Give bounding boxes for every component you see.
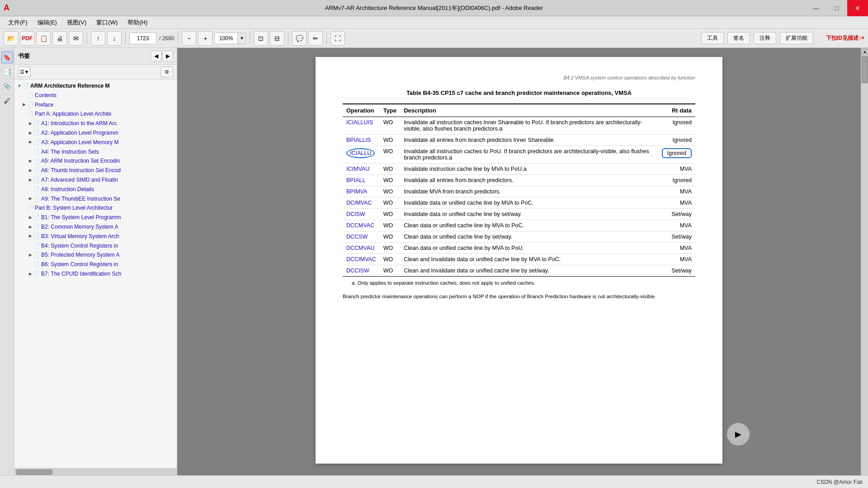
expand-icon[interactable]: ▶ [27,270,33,277]
toolbar-fullscreen-button[interactable]: ⛶ [330,31,345,46]
operation-link[interactable]: DCCMVAC [346,222,374,229]
menu-edit[interactable]: 编辑(E) [33,18,61,28]
bookmark-contents[interactable]: ▶ 📄 Contents [14,91,177,100]
operation-link[interactable]: DCCSW [346,234,368,240]
sidebar-tool-options-button[interactable]: ⚙ [160,66,173,77]
cell-operation: DCCIMVAC [343,254,380,265]
pdf-content-area[interactable]: B4.2 VMSA system control operations desc… [177,48,861,475]
sidebar-expand-button[interactable]: ▶ [162,51,173,61]
maximize-button[interactable]: □ [826,0,847,16]
sign-button[interactable]: 签名 [727,32,750,44]
toolbar-highlight-button[interactable]: ✏ [308,31,323,46]
cell-rtdata: MVA [658,243,695,254]
menu-file[interactable]: 文件(F) [4,18,32,28]
cell-rtdata: Set/way [658,231,695,243]
bookmark-partA[interactable]: ▶ 📄 Part A: Application Level Archite [14,109,177,119]
zoom-dropdown-button[interactable]: ▼ [237,33,245,44]
toolbar-fit-page-button[interactable]: ⊡ [254,31,268,46]
bookmark-b7[interactable]: ▶ 📄 B7: The CPUID Identification Sch [14,269,177,279]
hscroll-thumb[interactable] [16,469,52,475]
minimize-button[interactable]: — [806,0,826,16]
menu-view[interactable]: 视图(V) [62,18,91,28]
sidebar-hscroll[interactable] [14,468,177,475]
operation-link[interactable]: DCCMVAU [346,245,374,251]
cell-type: WO [380,186,400,197]
panel-highlight-button[interactable]: 🖊 [1,95,13,107]
expand-icon[interactable]: ▶ [21,101,27,108]
expand-icon: ▶ [21,204,27,211]
scroll-thumb[interactable] [862,56,868,83]
expand-icon[interactable]: ▶ [27,176,33,183]
expand-icon[interactable]: ▶ [27,195,33,202]
bookmark-a4[interactable]: ▶ 📄 A4: The Instruction Sets [14,147,177,157]
bookmark-b1[interactable]: ▶ 📄 B1: The System Level Programm [14,213,177,222]
extend-button[interactable]: 扩展功能 [780,32,813,44]
toolbar-save-pdf-button[interactable]: PDF [20,31,34,46]
panel-bookmark-button[interactable]: 🔖 [1,52,13,63]
operation-link[interactable]: ICIALLUIS [346,119,373,126]
bookmark-a3[interactable]: ▶ 📄 A3: Application Level Memory M [14,138,177,147]
expand-icon[interactable]: ▶ [27,157,33,164]
bookmark-a1[interactable]: ▶ 📄 A1: Introduction to the ARM Arc [14,119,177,128]
expand-icon[interactable]: ▶ [27,129,33,136]
cell-description: Invalidate all entries from branch predi… [400,175,658,186]
bookmark-b3[interactable]: ▶ 📄 B3: Virtual Memory System Arch [14,232,177,241]
expand-icon[interactable]: ▶ [27,120,33,127]
panel-attachments-button[interactable]: 📎 [1,80,13,92]
expand-icon[interactable]: ▼ [16,82,23,89]
operation-link[interactable]: DCCISW [346,267,369,274]
bookmark-a7[interactable]: ▶ 📄 A7: Advanced SIMD and Floatin [14,175,177,185]
expand-icon[interactable]: ▶ [27,167,33,174]
toolbar-open-button[interactable]: 📂 [4,31,18,46]
expand-icon[interactable]: ▶ [27,251,33,258]
page-number-input[interactable] [129,33,156,44]
operation-link[interactable]: DCISW [346,211,365,217]
panel-layers-button[interactable]: 📑 [1,66,13,78]
right-scrollbar[interactable]: ▲ [861,48,868,475]
toolbar-comment-button[interactable]: 💬 [292,31,307,46]
bookmark-a5[interactable]: ▶ 📄 A5: ARM Instruction Set Encodin [14,156,177,166]
toolbar-fit-width-button[interactable]: ⊟ [270,31,284,46]
bookmark-a6[interactable]: ▶ 📄 A6: Thumb Instruction Set Encod [14,166,177,175]
play-button[interactable]: ▶ [727,423,750,446]
bookmark-partB[interactable]: ▶ 📄 Part B: System Level Architectur [14,203,177,213]
operation-link[interactable]: DCCIMVAC [346,256,376,263]
operation-link[interactable]: ICIMVAU [346,166,369,172]
operation-link[interactable]: DCIMVAC [346,200,372,206]
bookmark-a8[interactable]: ▶ 📄 A8: Instruction Details [14,185,177,194]
toolbar-zoom-out-button[interactable]: − [182,31,196,46]
toolbar-zoom-in-button[interactable]: + [198,31,212,46]
bookmark-b5[interactable]: ▶ 📄 B5: Protected Memory System A [14,250,177,260]
expand-icon[interactable]: ▶ [27,233,33,240]
bookmark-b2[interactable]: ▶ 📄 B2: Common Memory System A [14,222,177,232]
operation-link[interactable]: BPIALL [346,177,365,183]
expand-icon[interactable]: ▶ [27,223,33,230]
toolbar-email-button[interactable]: ✉ [69,31,83,46]
toolbar-prev-view-button[interactable]: ↑ [91,31,105,46]
toolbar-separator-1 [87,32,87,45]
expand-icon[interactable]: ▶ [27,139,33,146]
toolbar-next-view-button[interactable]: ↓ [107,31,122,46]
toolbar-properties-button[interactable]: 📋 [36,31,51,46]
bookmark-b6[interactable]: ▶ 📄 B6: System Control Registers in [14,260,177,269]
toolbar-print-button[interactable]: 🖨 [52,31,67,46]
sidebar-tool-view-button[interactable]: ☰▼ [18,66,31,77]
scroll-up-button[interactable]: ▲ [861,48,868,55]
zoom-input[interactable] [215,33,237,44]
bookmark-root[interactable]: ▼ 📄 ARM Architecture Reference M [14,81,177,91]
bookmark-preface[interactable]: ▶ 📄 Preface [14,100,177,110]
close-button[interactable]: ✕ [847,0,868,16]
menu-window[interactable]: 窗口(W) [92,18,122,28]
comment-button[interactable]: 注释 [754,32,776,44]
tools-button[interactable]: 工具 [701,32,724,44]
bookmark-b4[interactable]: ▶ 📄 B4: System Control Registers in [14,241,177,251]
expand-icon[interactable]: ▶ [27,214,33,221]
sidebar-collapse-button[interactable]: ◀ [151,51,161,61]
bookmark-a2[interactable]: ▶ 📄 A2: Application Level Programm [14,128,177,138]
bookmark-a9[interactable]: ▶ 📄 A9: The ThumbEE Instruction Se [14,194,177,204]
table-footer-text: Branch predictor maintenance operations … [343,293,695,300]
operation-link[interactable]: BPIMVA [346,188,367,195]
menu-help[interactable]: 帮助(H) [123,18,152,28]
operation-link[interactable]: BPIALLIS [346,137,371,143]
toolbar-separator-3 [178,32,178,45]
